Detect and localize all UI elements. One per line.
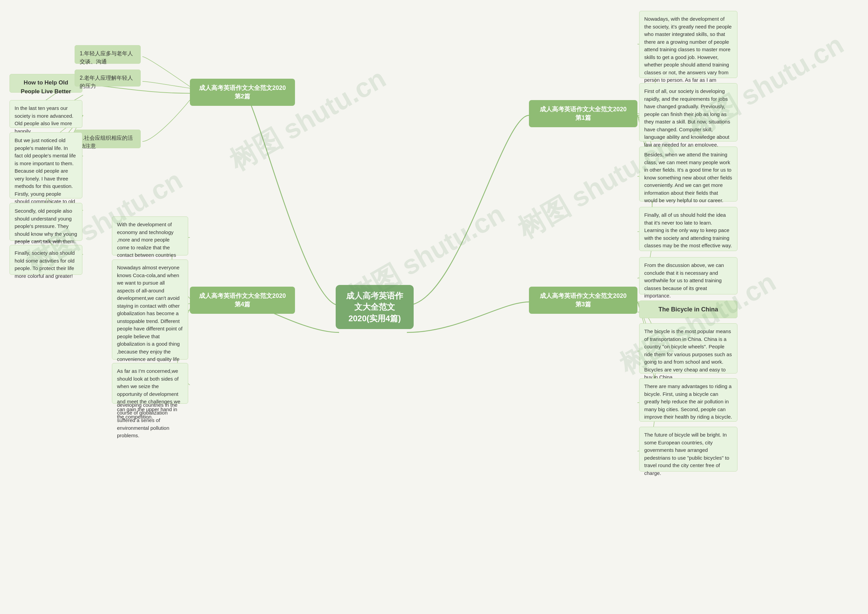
branch-node-3: 成人高考英语作文大全范文2020 第3篇 (529, 287, 637, 314)
left-para-1: In the last ten years our society is mor… (9, 100, 82, 128)
bicycle-title: The Bicycle in China (639, 300, 738, 318)
point-1: 1.年轻人应多与老年人交谈、沟通 (74, 45, 141, 64)
branch-node-2: 成人高考英语作文大全范文2020 第2篇 (190, 79, 295, 106)
branch3-p2: First of all, our society is developing … (639, 83, 738, 141)
left-para-2: But we just noticed old people's materia… (9, 132, 82, 199)
bicycle-p2: There are many advantages to riding a bi… (639, 378, 738, 422)
branch3-p3: Besides, when we attend the training cla… (639, 146, 738, 202)
branch-node-1: 成人高考英语作文大全范文2020 第1篇 (529, 100, 637, 127)
center-node: 成人高考英语作文大全范文2020(实用4篇) (336, 285, 414, 329)
branch2-main: Nowadays almost everyone knows Coca-cola… (112, 260, 188, 359)
branch2-conclusion: As far as I'm concerned,we should look a… (112, 363, 188, 404)
branch3-p4: Finally, all of us should hold the idea … (639, 207, 738, 251)
mindmap-container: 树图 shutu.cn 树图 shutu.cn 树图 shutu.cn 树图 s… (0, 0, 868, 614)
branch3-p1: Nowadays, with the development of the so… (639, 11, 738, 78)
left-para-4: Finally, society also should hold some a… (9, 245, 82, 275)
point-2: 2.老年人应理解年轻人的压力 (74, 70, 141, 87)
left-title: How to Help Old People Live Better (9, 74, 82, 93)
bicycle-p3: The future of bicycle will be bright. In… (639, 427, 738, 471)
left-para-3: Secondly, old people also should underst… (9, 203, 82, 241)
bicycle-p1: The bicycle is the most popular means of… (639, 323, 738, 373)
branch-node-4: 成人高考英语作文大全范文2020 第4篇 (190, 287, 295, 314)
point-3: 3.社会应组织相应的活动注意 (74, 130, 141, 148)
branch2-intro: With the development of economy and tech… (112, 216, 188, 255)
branch3-p5: From the discussion above, we can conclu… (639, 257, 738, 294)
